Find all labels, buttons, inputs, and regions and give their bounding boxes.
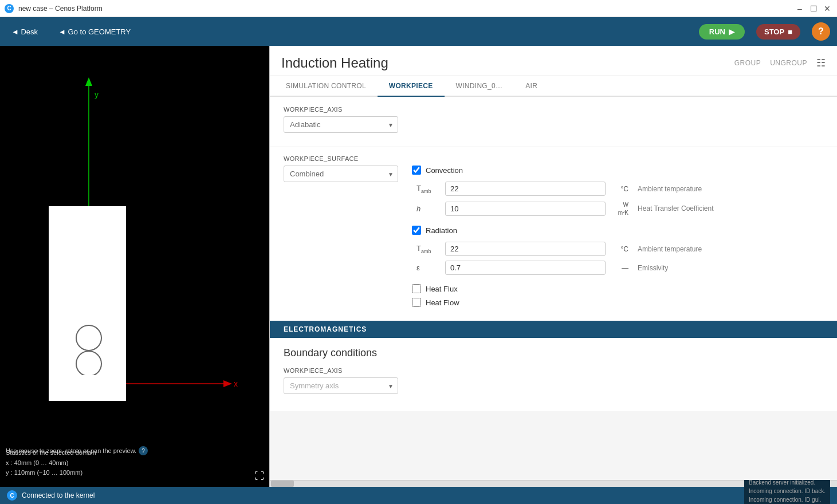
convection-label: Convection — [426, 166, 463, 175]
nav-bar: ◄ Desk ◄ Go to GEOMETRY RUN ▶ STOP ■ ? — [0, 17, 837, 46]
tab-air[interactable]: AIR — [514, 76, 549, 97]
radiation-checkbox-row: Radiation — [412, 226, 823, 235]
close-button[interactable]: ✕ — [822, 3, 832, 14]
radiation-tamb-desc: Ambient temperature — [633, 239, 706, 258]
title-bar: C new case – Cenos Platform – ☐ ✕ — [0, 0, 837, 17]
run-button[interactable]: RUN ▶ — [699, 24, 745, 40]
radiation-eps-row: ε — Emissivity — [412, 258, 706, 277]
viewport-stats: Statistics of the selected domain x : 40… — [6, 448, 96, 478]
em-axis-label: WORKPIECE_AXIS — [284, 367, 823, 374]
convection-tamb-row: Tamb °C Ambient temperature — [412, 179, 718, 198]
radiation-tamb-row: Tamb °C Ambient temperature — [412, 239, 706, 258]
stop-icon: ■ — [788, 27, 792, 36]
workpiece-axis-field: WORKPIECE_AXIS Adiabatic Symmetry axis H… — [284, 106, 823, 133]
status-bar: C Connected to the kernel Backend server… — [0, 487, 837, 504]
fullscreen-button[interactable]: ⛶ — [254, 470, 265, 482]
help-circle-icon[interactable]: ? — [139, 446, 148, 455]
workpiece-axis-select-wrapper: Adiabatic Symmetry axis Heat Flow — [284, 116, 398, 133]
run-icon: ▶ — [729, 27, 734, 36]
radiation-label: Radiation — [426, 226, 457, 235]
boundary-conditions-section: Boundary conditions WORKPIECE_AXIS Symme… — [270, 338, 837, 411]
workpiece-surface-section: WORKPIECE_SURFACE Combined Convection Ra… — [270, 147, 837, 321]
status-icon: C — [7, 490, 17, 501]
viewport-canvas: y x Use mouse to zo — [0, 46, 269, 487]
svg-rect-10 — [49, 375, 126, 401]
stop-button[interactable]: STOP ■ — [756, 24, 800, 40]
viewport-panel: y x Use mouse to zo — [0, 46, 269, 487]
em-axis-select-wrapper: Symmetry axis Adiabatic Heat Flow — [284, 377, 398, 394]
convection-h-desc: Heat Transfer Coefficient — [633, 198, 718, 219]
panel-actions: GROUP UNGROUP ☷ — [734, 57, 826, 69]
bottom-spacer — [270, 411, 837, 457]
heat-flow-checkbox-row: Heat Flow — [412, 298, 823, 307]
convection-h-input[interactable] — [445, 202, 606, 216]
workpiece-axis-section: WORKPIECE_AXIS Adiabatic Symmetry axis H… — [270, 97, 837, 147]
em-axis-field: WORKPIECE_AXIS Symmetry axis Adiabatic H… — [284, 367, 823, 394]
convection-h-row: h Wm²K Heat Transfer Coefficient — [412, 198, 718, 219]
surface-select[interactable]: Combined Convection Radiation Heat Flux … — [284, 166, 398, 182]
bc-title: Boundary conditions — [284, 347, 823, 359]
tab-workpiece[interactable]: WORKPIECE — [378, 76, 445, 97]
workpiece-surface-label: WORKPIECE_SURFACE — [284, 155, 823, 162]
status-text: Connected to the kernel — [22, 491, 95, 499]
geometry-button[interactable]: ◄ Go to GEOMETRY — [54, 25, 135, 38]
content-area[interactable]: WORKPIECE_AXIS Adiabatic Symmetry axis H… — [270, 97, 837, 480]
convection-tamb-desc: Ambient temperature — [633, 179, 718, 198]
panel-title: Induction Heating — [281, 55, 388, 71]
convection-tamb-input[interactable] — [445, 182, 606, 196]
tab-simulation-control[interactable]: SIMULATION CONTROL — [274, 76, 378, 97]
main-container: y x Use mouse to zo — [0, 46, 837, 487]
surface-row: Combined Convection Radiation Heat Flux … — [284, 166, 823, 312]
window-controls: – ☐ ✕ — [795, 3, 832, 14]
panel-header: Induction Heating GROUP UNGROUP ☷ — [270, 46, 837, 76]
svg-text:y: y — [95, 90, 99, 99]
status-log: Backend server initialized. Incoming con… — [744, 477, 830, 504]
surface-select-wrapper: Combined Convection Radiation Heat Flux … — [284, 166, 398, 182]
convection-checkbox[interactable] — [412, 166, 421, 175]
help-button[interactable]: ? — [812, 22, 830, 41]
grid-icon[interactable]: ☷ — [816, 57, 826, 69]
workpiece-axis-select[interactable]: Adiabatic Symmetry axis Heat Flow — [284, 116, 398, 133]
window-title: new case – Cenos Platform — [18, 5, 790, 13]
radiation-eps-input[interactable] — [445, 261, 606, 275]
radiation-eps-desc: Emissivity — [633, 258, 706, 277]
em-axis-select[interactable]: Symmetry axis Adiabatic Heat Flow — [284, 377, 398, 394]
tab-winding0[interactable]: WINDING_0… — [445, 76, 514, 97]
radiation-checkbox[interactable] — [412, 226, 421, 235]
tabs-bar: SIMULATION CONTROL WORKPIECE WINDING_0… … — [270, 76, 837, 97]
heat-flux-label: Heat Flux — [426, 285, 458, 293]
svg-rect-0 — [0, 46, 269, 401]
surface-select-group: Combined Convection Radiation Heat Flux … — [284, 166, 398, 182]
app-icon: C — [5, 4, 14, 13]
convection-checkbox-row: Convection — [412, 166, 823, 175]
svg-rect-7 — [49, 206, 126, 384]
heat-flux-checkbox-row: Heat Flux — [412, 284, 823, 293]
minimize-button[interactable]: – — [795, 3, 805, 14]
desk-button[interactable]: ◄ Desk — [7, 25, 42, 38]
convection-params: Tamb °C Ambient temperature h Wm²K Heat … — [412, 179, 718, 219]
conditions-panel: Convection Tamb °C Ambient temperature h — [412, 166, 823, 312]
right-panel: Induction Heating GROUP UNGROUP ☷ SIMULA… — [270, 46, 837, 487]
viewport-svg: y x — [0, 46, 269, 401]
radiation-tamb-input[interactable] — [445, 242, 606, 256]
ungroup-button[interactable]: UNGROUP — [770, 59, 807, 67]
electromagnetics-header: ELECTROMAGNETICS — [270, 321, 837, 338]
svg-text:x: x — [234, 379, 238, 388]
heat-flow-label: Heat Flow — [426, 298, 459, 307]
workpiece-axis-label: WORKPIECE_AXIS — [284, 106, 823, 113]
group-button[interactable]: GROUP — [734, 59, 761, 67]
heat-flow-checkbox[interactable] — [412, 298, 421, 307]
radiation-params: Tamb °C Ambient temperature ε — Emissivi… — [412, 239, 706, 277]
heat-flux-checkbox[interactable] — [412, 284, 421, 293]
maximize-button[interactable]: ☐ — [808, 3, 819, 14]
